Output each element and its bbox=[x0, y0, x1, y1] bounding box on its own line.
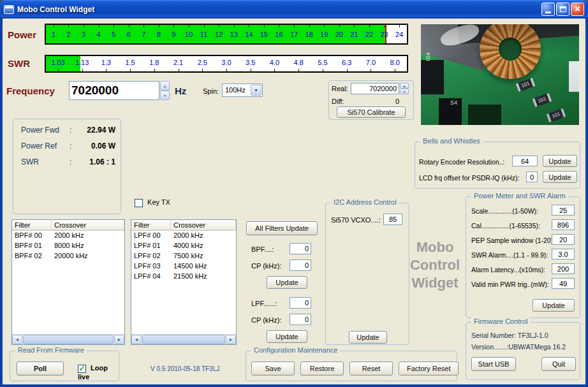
real-frequency-input[interactable] bbox=[351, 83, 399, 94]
bpf-cp-label: CP (kHz): bbox=[251, 262, 281, 270]
column-header-filter[interactable]: Filter bbox=[131, 220, 171, 230]
lpf-cp-label: CP (kHz): bbox=[251, 316, 281, 324]
horizontal-scrollbar[interactable]: ◄ ► bbox=[131, 334, 236, 344]
table-row[interactable]: LPF# 00 2000 kHz bbox=[131, 231, 236, 241]
lcd-offset-input[interactable] bbox=[526, 172, 538, 182]
horizontal-scrollbar[interactable]: ◄ ► bbox=[12, 334, 124, 344]
titlebar[interactable]: Mobo Control Widget ✕ bbox=[0, 0, 588, 18]
power-meter-tick: 21 bbox=[347, 25, 362, 43]
lpf-input[interactable] bbox=[290, 297, 311, 309]
group-title: Firmware Control bbox=[471, 318, 530, 325]
spin-step-combo[interactable]: 100Hz ▼ bbox=[222, 84, 263, 97]
maximize-button[interactable] bbox=[556, 3, 570, 16]
rotary-encoder-update-button[interactable]: Update bbox=[543, 155, 577, 167]
pep-window-input[interactable] bbox=[552, 234, 575, 245]
bpf-cp-input[interactable] bbox=[290, 259, 311, 271]
power-meter-tick: 6 bbox=[121, 25, 136, 43]
close-button[interactable]: ✕ bbox=[571, 3, 584, 16]
min-pwr-trig-input[interactable] bbox=[552, 278, 575, 289]
power-meter-tick: 14 bbox=[242, 25, 257, 43]
poll-button[interactable]: Poll bbox=[17, 361, 64, 376]
serial-number-text: Serial Number: TF3LJ-1.0 bbox=[471, 332, 548, 339]
firmware-version-text: Version.......:UBW/ATMega 16.2 bbox=[471, 343, 566, 351]
swr-meter-label: SWR bbox=[8, 58, 30, 69]
table-row[interactable]: LPF# 04 21500 kHz bbox=[131, 272, 236, 282]
table-row[interactable]: BPF# 00 2000 kHz bbox=[12, 231, 124, 241]
group-title: Bells and Whistles bbox=[420, 137, 483, 145]
lpf-cp-input[interactable] bbox=[290, 314, 311, 325]
scroll-left-icon[interactable]: ◄ bbox=[131, 335, 142, 344]
crossover-cell: 8000 kHz bbox=[52, 241, 124, 251]
scroll-thumb[interactable] bbox=[23, 335, 114, 344]
spin-down-button[interactable]: ▼ bbox=[160, 91, 170, 100]
crossover-cell: 2000 kHz bbox=[52, 231, 124, 241]
scroll-right-icon[interactable]: ► bbox=[226, 335, 236, 344]
power-meter: 123456789101112131415161718192021222324 bbox=[45, 24, 408, 45]
loop-live-checkbox[interactable]: ✓ bbox=[78, 365, 86, 373]
quit-button[interactable]: Quit bbox=[541, 357, 576, 371]
key-tx-label: Key TX bbox=[147, 198, 170, 206]
swr-alarm-input[interactable] bbox=[552, 249, 575, 259]
readings-group: Power Fwd : 22.94 W Power Ref : 0.06 W S… bbox=[13, 119, 121, 214]
frequency-spinner: ▲ ▼ bbox=[160, 81, 170, 100]
config-button[interactable]: Factory Reset bbox=[399, 361, 459, 376]
spin-up-button[interactable]: ▲ bbox=[160, 81, 170, 91]
scroll-right-icon[interactable]: ► bbox=[114, 335, 124, 344]
config-button[interactable]: Save bbox=[251, 361, 295, 376]
alarm-latency-input[interactable] bbox=[552, 263, 575, 274]
lcd-offset-label: LCD frq offset for PSDR-IQ (kHz): bbox=[419, 174, 519, 182]
scroll-thumb[interactable] bbox=[142, 335, 225, 344]
table-row[interactable]: BPF# 01 8000 kHz bbox=[12, 241, 124, 251]
crossover-cell: 14500 kHz bbox=[171, 261, 236, 272]
all-filters-update-button[interactable]: All Filters Update bbox=[246, 221, 318, 235]
app-version-text: V 0.5 2010-05-18 TF3LJ bbox=[151, 365, 219, 372]
frequency-input[interactable] bbox=[69, 81, 159, 100]
chevron-down-icon[interactable]: ▼ bbox=[251, 85, 261, 96]
app-window: Mobo Control Widget ✕ Power 123456789101… bbox=[0, 0, 588, 387]
i2c-update-button[interactable]: Update bbox=[349, 331, 387, 344]
loop-live-field: ✓ Loop live bbox=[78, 364, 119, 381]
column-header-crossover[interactable]: Crossover bbox=[52, 220, 124, 230]
table-row[interactable]: LPF# 03 14500 kHz bbox=[131, 261, 236, 272]
config-button[interactable]: Restore bbox=[300, 361, 344, 376]
column-header-filter[interactable]: Filter bbox=[12, 220, 52, 230]
swr-meter-tick: 3.0 bbox=[214, 56, 239, 71]
config-button[interactable]: Reset bbox=[349, 361, 393, 376]
power-meter-tick: 15 bbox=[256, 25, 272, 43]
hz-label: Hz bbox=[175, 85, 186, 96]
photo-shading bbox=[421, 24, 579, 125]
spin-step-label: Spin: bbox=[203, 87, 219, 95]
maximize-icon bbox=[560, 6, 566, 12]
bpf-update-button[interactable]: Update bbox=[267, 276, 307, 289]
crossover-cell: 21500 kHz bbox=[171, 272, 236, 282]
key-tx-checkbox[interactable] bbox=[135, 199, 143, 207]
lcd-offset-update-button[interactable]: Update bbox=[543, 171, 577, 183]
bpf-input[interactable] bbox=[290, 243, 311, 254]
table-row[interactable]: LPF# 02 7500 kHz bbox=[131, 251, 236, 261]
group-title: Configuration Maintenance bbox=[251, 346, 340, 354]
minimize-button[interactable] bbox=[541, 3, 555, 16]
si570-vcxo-input[interactable] bbox=[383, 214, 402, 225]
scale-input[interactable] bbox=[552, 205, 575, 215]
alarm-update-button[interactable]: Update bbox=[533, 299, 575, 312]
rotary-encoder-input[interactable] bbox=[512, 156, 538, 166]
power-meter-tick: 4 bbox=[91, 25, 107, 43]
column-header-crossover[interactable]: Crossover bbox=[171, 220, 236, 230]
key-tx-field: Key TX bbox=[135, 198, 170, 207]
table-row[interactable]: LPF# 01 4000 kHz bbox=[131, 241, 236, 251]
spin-step-value: 100Hz bbox=[225, 86, 246, 94]
group-title: Power Meter and SWR Alarm bbox=[471, 192, 568, 200]
table-row[interactable]: BPF# 02 20000 kHz bbox=[12, 251, 124, 261]
spin-down-button[interactable]: ▼ bbox=[400, 89, 409, 94]
lpf-update-button[interactable]: Update bbox=[267, 330, 307, 343]
scroll-left-icon[interactable]: ◄ bbox=[12, 335, 22, 344]
power-meter-tick: 19 bbox=[316, 25, 332, 43]
power-ref-value: 0.06 W bbox=[77, 142, 115, 150]
si570-calibrate-button[interactable]: Si570 Calibrate bbox=[337, 106, 406, 118]
cal-input[interactable] bbox=[552, 219, 575, 230]
spin-up-button[interactable]: ▲ bbox=[400, 83, 409, 89]
filter-cell: LPF# 04 bbox=[131, 272, 171, 282]
start-usb-button[interactable]: Start USB bbox=[471, 357, 516, 371]
bells-and-whistles-group: Bells and Whistles Rotary Encoder Resolu… bbox=[415, 142, 580, 189]
swr-meter-tick: 4.0 bbox=[263, 56, 287, 71]
